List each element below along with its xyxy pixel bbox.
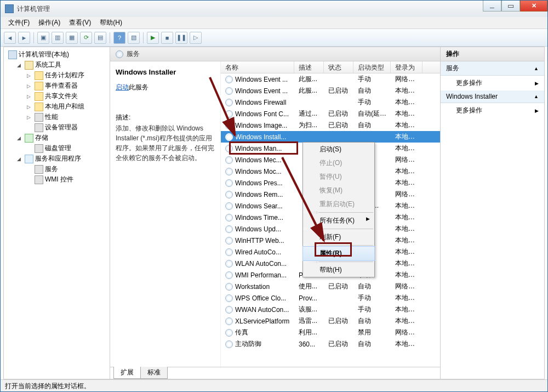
tree-services[interactable]: 服务 <box>5 164 109 174</box>
ctx-refresh[interactable]: 刷新(F) <box>303 230 374 244</box>
ctx-help[interactable]: 帮助(H) <box>303 263 374 277</box>
tree-root[interactable]: 计算机管理(本地) <box>5 49 109 60</box>
show-hide-tree-button[interactable]: ▥ <box>52 32 64 44</box>
service-icon <box>225 168 233 175</box>
service-icon <box>225 122 233 129</box>
service-icon <box>225 156 233 164</box>
task-icon <box>35 71 43 80</box>
service-row[interactable]: Windows Font C...通过...已启动自动(延迟...本地服务 <box>221 108 440 120</box>
tree-localusers[interactable]: ▷本地用户和组 <box>5 101 109 112</box>
stop-button[interactable]: ■ <box>161 32 173 44</box>
menu-view[interactable]: 查看(V) <box>65 17 95 29</box>
statusbar: 打开当前选择的属性对话框。 <box>1 379 547 391</box>
col-login[interactable]: 登录为 <box>391 61 423 73</box>
computer-icon <box>8 50 17 59</box>
menubar: 文件(F) 操作(A) 查看(V) 帮助(H) <box>1 17 547 29</box>
service-row[interactable]: Windows Event ...此服...已启动自动本地服务 <box>221 85 440 96</box>
center-pane: 服务 Windows Installer 启动此服务 描述: 添加、修改和删除以… <box>110 47 441 379</box>
titlebar: 计算机管理 <box>1 1 547 17</box>
tree-diskmgmt[interactable]: 磁盘管理 <box>5 143 109 154</box>
ctx-pause: 暂停(U) <box>303 170 374 184</box>
ctx-alltasks[interactable]: 所有任务(K)▶ <box>303 214 374 228</box>
forward-button[interactable]: ► <box>18 32 30 44</box>
col-type[interactable]: 启动类型 <box>353 61 391 73</box>
service-icon <box>225 340 233 348</box>
menu-help[interactable]: 帮助(H) <box>95 17 127 29</box>
perf-icon <box>35 113 43 122</box>
service-row[interactable]: 主动防御360...已启动自动本地系统 <box>221 338 440 350</box>
service-icon <box>225 87 233 95</box>
tree-devmgr[interactable]: 设备管理器 <box>5 122 109 133</box>
service-row[interactable]: WWAN AutoCon...该服...手动本地服务 <box>221 304 440 315</box>
window-title: 计算机管理 <box>17 4 50 14</box>
app-icon <box>5 4 14 13</box>
tool-button[interactable]: ▧ <box>128 32 140 44</box>
service-icon <box>225 133 233 141</box>
context-menu: 启动(S) 停止(O) 暂停(U) 恢复(M) 重新启动(E) 所有任务(K)▶… <box>302 142 375 277</box>
submenu-arrow-icon: ▶ <box>366 216 370 221</box>
tree-svcapps[interactable]: ◢服务和应用程序 <box>5 154 109 164</box>
start-service-link[interactable]: 启动 <box>116 83 129 92</box>
service-row[interactable]: Windows Firewall手动本地服务 <box>221 96 440 108</box>
service-icon <box>225 271 233 279</box>
tools-icon <box>25 61 33 70</box>
actions-header: 操作 <box>441 47 544 61</box>
close-button[interactable] <box>520 1 547 12</box>
menu-action[interactable]: 操作(A) <box>34 17 65 29</box>
service-icon <box>225 329 233 337</box>
status-text: 打开当前选择的属性对话框。 <box>5 382 90 390</box>
expand-icon: ◢ <box>17 63 23 68</box>
actions-more-services[interactable]: 更多操作▶ <box>441 76 544 90</box>
tab-standard[interactable]: 标准 <box>140 367 168 379</box>
service-row[interactable]: Windows Image...为扫...已启动自动本地服务 <box>221 120 440 131</box>
pause-button[interactable]: ❚❚ <box>175 32 187 44</box>
users-icon <box>35 103 43 111</box>
tree-tasksched[interactable]: ▷任务计划程序 <box>5 70 109 81</box>
service-icon <box>225 145 233 152</box>
step-button[interactable]: ▷ <box>190 32 202 44</box>
device-icon <box>35 123 43 132</box>
help-button[interactable]: ? <box>113 32 125 44</box>
service-row[interactable]: Windows Install...本地系统 <box>221 131 440 143</box>
ctx-properties[interactable]: 属性(R) <box>302 246 375 261</box>
tree-shared[interactable]: ▷共享文件夹 <box>5 91 109 101</box>
properties-button[interactable]: ▤ <box>94 32 106 44</box>
refresh-button[interactable]: ⟳ <box>80 32 92 44</box>
services-header-icon <box>116 50 123 58</box>
actions-section-installer[interactable]: Windows Installer▲ <box>441 90 544 103</box>
service-row[interactable]: WPS Office Clo...Prov...手动本地系统 <box>221 292 440 304</box>
tab-extended[interactable]: 扩展 <box>113 367 141 379</box>
actions-section-services[interactable]: 服务▲ <box>441 61 544 76</box>
tree-eventviewer[interactable]: ▷事件查看器 <box>5 81 109 91</box>
service-row[interactable]: 传真利用...禁用网络服务 <box>221 327 440 338</box>
tree-systools[interactable]: ◢系统工具 <box>5 60 109 70</box>
ctx-restart: 重新启动(E) <box>303 197 374 211</box>
expand-icon: ◢ <box>17 156 23 162</box>
service-row[interactable]: Windows Event ...此服...手动网络服务 <box>221 73 440 85</box>
service-row[interactable]: Workstation使用...已启动自动网络服务 <box>221 281 440 292</box>
export-button[interactable]: ▦ <box>66 32 78 44</box>
play-button[interactable]: ▶ <box>147 32 159 44</box>
collapse-icon: ▲ <box>534 66 539 71</box>
detail-title: Windows Installer <box>116 68 215 76</box>
minimize-button[interactable] <box>483 1 501 12</box>
back-button[interactable]: ◄ <box>4 32 16 44</box>
up-button[interactable]: ▣ <box>37 32 49 44</box>
collapse-icon: ▲ <box>534 94 539 99</box>
tree-perf[interactable]: ▷性能 <box>5 112 109 122</box>
col-desc[interactable]: 描述 <box>294 61 324 73</box>
service-icon <box>225 214 233 221</box>
ctx-start[interactable]: 启动(S) <box>303 143 374 156</box>
service-icon <box>225 179 233 187</box>
service-icon <box>225 237 233 245</box>
col-name[interactable]: 名称 <box>221 61 294 73</box>
tree-storage[interactable]: ◢存储 <box>5 133 109 143</box>
share-icon <box>35 92 43 101</box>
maximize-button[interactable] <box>501 1 520 12</box>
actions-more-installer[interactable]: 更多操作▶ <box>441 103 544 118</box>
menu-file[interactable]: 文件(F) <box>4 17 34 29</box>
tree-wmi[interactable]: WMI 控件 <box>5 174 109 185</box>
storage-icon <box>25 134 33 143</box>
col-status[interactable]: 状态 <box>324 61 353 73</box>
service-row[interactable]: XLServicePlatform迅雷...已启动自动本地系统 <box>221 315 440 327</box>
